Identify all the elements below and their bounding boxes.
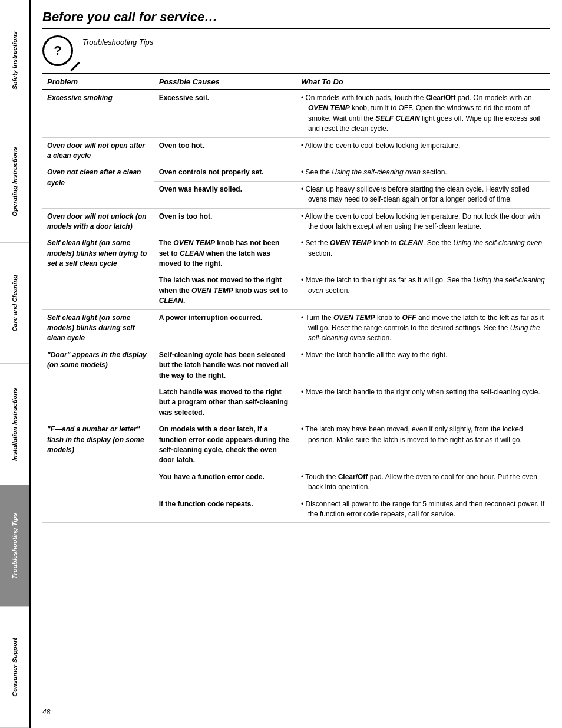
col-header-problem: Problem <box>42 74 154 90</box>
sidebar-section-safety: Safety Instructions <box>0 0 29 121</box>
todo-cell: Set the OVEN TEMP knob to CLEAN. See the… <box>296 235 550 272</box>
problem-cell: Oven not clean after a clean cycle <box>42 164 154 208</box>
todo-cell: The latch may have been moved, even if o… <box>296 421 550 469</box>
cause-cell: Self-cleaning cycle has been selected bu… <box>154 347 296 384</box>
table-row: Oven not clean after a clean cycleOven c… <box>42 164 550 181</box>
sidebar-label-troubleshooting: Troubleshooting Tips <box>11 513 18 579</box>
todo-cell: Turn the OVEN TEMP knob to OFF and move … <box>296 309 550 347</box>
table-row: Self clean light (on some models) blinks… <box>42 235 550 272</box>
sidebar-label-operating: Operating Instructions <box>11 147 18 216</box>
cause-cell: On models with a door latch, if a functi… <box>154 421 296 469</box>
header-row: ? Troubleshooting Tips <box>42 35 550 66</box>
problem-cell: Excessive smoking <box>42 90 154 137</box>
problem-cell: "F—and a number or letter" flash in the … <box>42 421 154 523</box>
troubleshooting-table: Problem Possible Causes What To Do Exces… <box>42 73 550 523</box>
todo-cell: Move the latch to the right as far as it… <box>296 272 550 309</box>
question-mark-symbol: ? <box>54 43 61 58</box>
sidebar-section-care: Care and Cleaning <box>0 243 29 364</box>
sidebar-label-consumer: Consumer Support <box>11 638 18 697</box>
sidebar-label-care: Care and Cleaning <box>11 275 18 332</box>
todo-cell: Clean up heavy spillovers before startin… <box>296 181 550 208</box>
sidebar-section-troubleshooting: Troubleshooting Tips <box>0 485 29 607</box>
problem-cell: Oven door will not open after a clean cy… <box>42 137 154 164</box>
sidebar-label-installation: Installation Instructions <box>11 388 18 461</box>
sidebar-section-consumer: Consumer Support <box>0 607 29 728</box>
table-row: Oven door will not unlock (on models wit… <box>42 208 550 235</box>
table-row: Excessive smokingExcessive soil.On model… <box>42 90 550 137</box>
cause-cell: The latch was not moved to the right whe… <box>154 272 296 309</box>
todo-cell: Move the latch handle all the way to the… <box>296 347 550 384</box>
cause-cell: A power interruption occurred. <box>154 309 296 347</box>
problem-cell: Self clean light (on some models) blinks… <box>42 235 154 309</box>
problem-cell: Oven door will not unlock (on models wit… <box>42 208 154 235</box>
table-row: Oven door will not open after a clean cy… <box>42 137 550 164</box>
cause-cell: If the function code repeats. <box>154 496 296 523</box>
main-content: Before you call for service… ? Troublesh… <box>31 0 562 728</box>
todo-cell: Allow the oven to cool below locking tem… <box>296 137 550 164</box>
page-title: Before you call for service… <box>42 9 550 29</box>
cause-cell: The OVEN TEMP knob has not been set to C… <box>154 235 296 272</box>
table-row: "Door" appears in the display (on some m… <box>42 347 550 384</box>
sidebar-section-installation: Installation Instructions <box>0 364 29 485</box>
page-wrapper: Safety Instructions Operating Instructio… <box>0 0 562 728</box>
todo-cell: Disconnect all power to the range for 5 … <box>296 496 550 523</box>
problem-cell: Self clean light (on some models) blinks… <box>42 309 154 347</box>
cause-cell: You have a function error code. <box>154 469 296 496</box>
cause-cell: Excessive soil. <box>154 90 296 137</box>
todo-cell: Allow the oven to cool below locking tem… <box>296 208 550 235</box>
cause-cell: Latch handle was moved to the right but … <box>154 384 296 421</box>
table-header-row: Problem Possible Causes What To Do <box>42 74 550 90</box>
col-header-todo: What To Do <box>296 74 550 90</box>
todo-cell: Move the latch handle to the right only … <box>296 384 550 421</box>
table-row: Self clean light (on some models) blinks… <box>42 309 550 347</box>
question-mark-icon: ? <box>42 35 73 66</box>
col-header-causes: Possible Causes <box>154 74 296 90</box>
cause-cell: Oven is too hot. <box>154 208 296 235</box>
troubleshooting-label: Troubleshooting Tips <box>82 35 153 47</box>
todo-cell: See the Using the self-cleaning oven sec… <box>296 164 550 181</box>
cause-cell: Oven controls not properly set. <box>154 164 296 181</box>
table-container: Problem Possible Causes What To Do Exces… <box>42 73 550 701</box>
problem-cell: "Door" appears in the display (on some m… <box>42 347 154 421</box>
todo-cell: Touch the Clear/Off pad. Allow the oven … <box>296 469 550 496</box>
sidebar: Safety Instructions Operating Instructio… <box>0 0 31 728</box>
todo-cell: On models with touch pads, touch the Cle… <box>296 90 550 137</box>
sidebar-section-operating: Operating Instructions <box>0 121 29 243</box>
sidebar-label-safety: Safety Instructions <box>11 31 18 90</box>
magnifier-handle <box>70 62 80 71</box>
page-number: 48 <box>42 708 550 716</box>
table-row: "F—and a number or letter" flash in the … <box>42 421 550 469</box>
cause-cell: Oven too hot. <box>154 137 296 164</box>
cause-cell: Oven was heavily soiled. <box>154 181 296 208</box>
